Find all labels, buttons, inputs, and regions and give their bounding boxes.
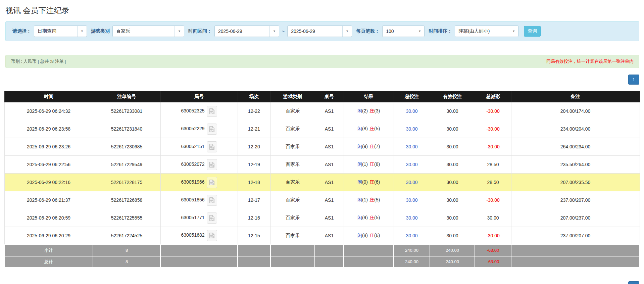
total-payout: -63.00	[475, 256, 511, 268]
cell-payout: -30.00	[475, 102, 511, 120]
query-type-value: 日期查询	[34, 28, 77, 34]
result-player-value: (9)	[362, 144, 368, 149]
chevron-down-icon: ▼	[175, 26, 184, 37]
video-file-icon	[209, 144, 215, 150]
cell-valid-bet: 30.00	[430, 209, 475, 227]
cell-remark: 207.00/235.50	[511, 174, 640, 191]
result-player-label: 闲	[357, 161, 362, 167]
bet-records-table: 时间 注单编号 局号 场次 游戏类别 桌号 结果 总投注 有效投注 总派彩 备注…	[4, 91, 640, 268]
result-player-value: (0)	[362, 179, 368, 185]
video-file-icon	[209, 197, 215, 203]
pagination-page-1[interactable]: 1	[628, 75, 639, 85]
subtotal-count: 8	[93, 245, 160, 256]
cell-valid-bet: 30.00	[430, 174, 475, 191]
game-type-select[interactable]: 百家乐 ▼	[112, 26, 184, 37]
cell-round: 630051966	[160, 174, 238, 191]
video-replay-button[interactable]	[207, 230, 217, 241]
result-banker-value: (8)	[374, 161, 380, 167]
search-button[interactable]: 查询	[524, 26, 541, 37]
result-player-value: (1)	[362, 161, 368, 167]
video-replay-button[interactable]	[207, 124, 217, 135]
cell-time: 2025-06-29 06:20:29	[4, 227, 93, 245]
video-file-icon	[209, 108, 215, 114]
result-banker-label: 庄	[369, 179, 374, 185]
video-replay-button[interactable]	[207, 177, 217, 188]
page-size-select[interactable]: 100 ▼	[382, 26, 425, 37]
col-game: 游戏类别	[270, 91, 315, 102]
cell-payout: 30.00	[475, 209, 511, 227]
result-banker-value: (5)	[374, 215, 380, 220]
cell-table: AS1	[315, 209, 344, 227]
cell-result: 闲(9)庄(5)	[344, 209, 394, 227]
query-type-select[interactable]: 日期查询 ▼	[34, 26, 87, 37]
cell-round: 630052325	[160, 102, 238, 120]
cell-game: 百家乐	[270, 209, 315, 227]
pagination-page-1-bottom[interactable]: 1	[628, 281, 639, 284]
cell-session: 12-16	[238, 209, 270, 227]
cell-empty	[270, 256, 315, 268]
cell-table: AS1	[315, 191, 344, 209]
cell-payout: 28.50	[475, 156, 511, 174]
video-replay-button[interactable]	[207, 159, 217, 170]
cell-game: 百家乐	[270, 138, 315, 156]
result-player-value: (8)	[362, 126, 368, 131]
table-row: 2025-06-29 06:20:29 522617224525 6300516…	[4, 227, 640, 245]
chevron-down-icon: ▼	[77, 26, 87, 37]
cell-total-bet[interactable]: 30.00	[394, 138, 430, 156]
cell-total-bet[interactable]: 30.00	[394, 227, 430, 245]
cell-valid-bet: 30.00	[430, 156, 475, 174]
cell-total-bet[interactable]: 30.00	[394, 102, 430, 120]
cell-remark: 204.00/174.00	[511, 102, 640, 120]
video-replay-button[interactable]	[207, 141, 217, 152]
cell-valid-bet: 30.00	[430, 227, 475, 245]
cell-total-bet[interactable]: 30.00	[394, 156, 430, 174]
video-replay-button[interactable]	[207, 212, 217, 224]
col-valid-bet: 有效投注	[430, 91, 475, 102]
total-total-bet: 240.00	[394, 256, 430, 268]
video-replay-button[interactable]	[207, 195, 217, 206]
cell-valid-bet: 30.00	[430, 191, 475, 209]
cell-session: 12-21	[238, 120, 270, 138]
cell-total-bet[interactable]: 30.00	[394, 120, 430, 138]
table-row: 2025-06-29 06:22:16 522617228175 6300519…	[4, 174, 640, 191]
date-to-select[interactable]: 2025-06-29 ▼	[287, 26, 352, 37]
cell-result: 闲(1)庄(8)	[344, 156, 394, 174]
cell-total-bet[interactable]: 30.00	[394, 209, 430, 227]
cell-result: 闲(8)庄(5)	[344, 120, 394, 138]
result-banker-value: (6)	[374, 179, 380, 185]
cell-round: 630052151	[160, 138, 238, 156]
total-count: 8	[93, 256, 160, 268]
sort-order-select[interactable]: 降冪(由大到小) ▼	[455, 26, 518, 37]
cell-empty	[270, 245, 315, 256]
chevron-down-icon: ▼	[415, 26, 424, 37]
table-row: 2025-06-29 06:21:37 522617226858 6300518…	[4, 191, 640, 209]
cell-payout: -30.00	[475, 138, 511, 156]
table-row: 2025-06-29 06:22:56 522617229549 6300520…	[4, 156, 640, 174]
cell-total-bet[interactable]: 30.00	[394, 191, 430, 209]
summary-bar: 币别 : 人民币 | 总共 :8 注单 | 同局有效投注，统一计算在该局第一张注…	[5, 55, 639, 68]
cell-empty	[238, 245, 270, 256]
col-table: 桌号	[315, 91, 344, 102]
summary-note: 同局有效投注，统一计算在该局第一张注单内	[546, 58, 634, 64]
col-remark: 备注	[511, 91, 640, 102]
result-player-label: 闲	[357, 108, 362, 113]
table-row: 2025-06-29 06:24:32 522617233081 6300523…	[4, 102, 640, 120]
col-round: 局号	[160, 91, 238, 102]
video-replay-button[interactable]	[207, 106, 217, 117]
page-size-value: 100	[383, 29, 415, 34]
chevron-down-icon: ▼	[269, 26, 279, 37]
cell-session: 12-19	[238, 156, 270, 174]
cell-bet-id: 522617231840	[93, 120, 160, 138]
result-player-label: 闲	[357, 233, 362, 238]
col-result: 结果	[344, 91, 394, 102]
date-from-select[interactable]: 2025-06-29 ▼	[214, 26, 279, 37]
cell-round: 630052072	[160, 156, 238, 174]
cell-total-bet[interactable]: 30.00	[394, 174, 430, 191]
table-row: 2025-06-29 06:23:58 522617231840 6300522…	[4, 120, 640, 138]
result-player-value: (9)	[362, 215, 368, 220]
cell-result: 闲(0)庄(6)	[344, 174, 394, 191]
cell-empty	[344, 256, 394, 268]
chevron-down-icon: ▼	[509, 26, 518, 37]
cell-result: 闲(2)庄(3)	[344, 102, 394, 120]
total-row: 总计 8 240.00 240.00 -63.00	[4, 256, 640, 268]
